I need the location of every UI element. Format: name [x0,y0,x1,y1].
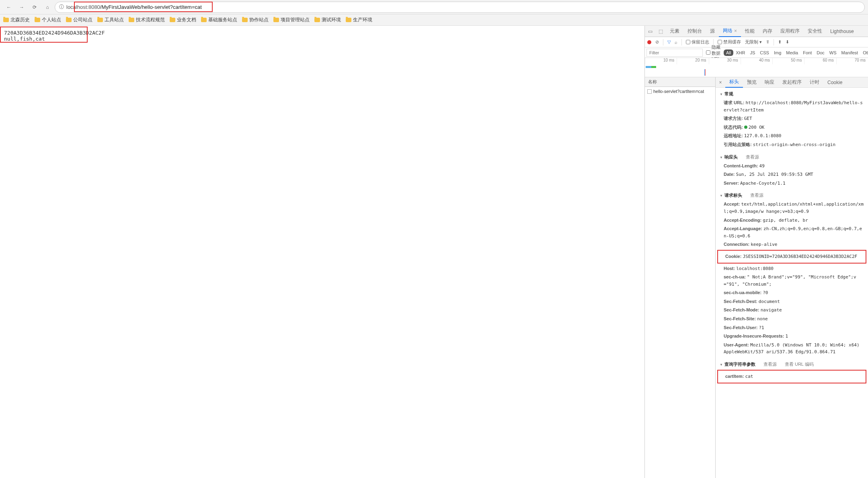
request-headers-header[interactable]: 请求标头查看源 [716,191,868,200]
address-bar[interactable]: ⓘ localhost:8080/MyFirstJavaWeb/hello-se… [55,2,865,13]
bookmark-item[interactable]: 生产环境 [346,16,372,23]
bookmark-item[interactable]: 测试环境 [314,16,341,23]
detail-tab[interactable]: 计时 [806,77,823,88]
filter-icon[interactable]: ▽ [667,39,671,45]
devtools-panel: ▭ ⬚ 元素控制台源网络×性能内存应用程序安全性Lighthouse ⊘ ▽ ⌕… [644,26,868,478]
request-list-header[interactable]: 名称 [645,77,715,87]
disable-cache-checkbox[interactable]: 禁用缓存 [718,39,741,45]
header-row: Cookie: JSESSIONID=720A3D36B34ED2424D946… [717,250,866,264]
filter-input[interactable] [646,49,703,57]
search-icon[interactable]: ⌕ [675,40,677,45]
request-item[interactable]: hello-servlet?cartItem=cat [645,87,715,96]
network-filter-row: 隐藏数据 URL AllXHRJSCSSImgMediaFontDocWSMan… [645,47,868,58]
header-row: Sec-Fetch-Site: none [716,315,868,323]
throttling-select[interactable]: 无限制 ▾ [745,39,762,45]
response-headers-section: 响应头查看源 Content-Length: 49Date: Sun, 25 J… [716,151,868,190]
devtools-tabs: ▭ ⬚ 元素控制台源网络×性能内存应用程序安全性Lighthouse [645,26,868,37]
bookmark-item[interactable]: 项目管理站点 [273,16,310,23]
filter-type-font[interactable]: Font [800,49,814,56]
query-params-section: 查询字符串参数查看源查看 URL 编码 cartItem: cat [716,358,868,386]
devtools-tab[interactable]: 内存 [759,26,776,37]
header-row: User-Agent: Mozilla/5.0 (Windows NT 10.0… [716,341,868,356]
refresh-button[interactable]: ⟳ [29,2,40,13]
bookmark-item[interactable]: 个人站点 [35,16,61,23]
record-icon[interactable] [647,40,651,44]
response-headers-header[interactable]: 响应头查看源 [716,152,868,162]
general-header[interactable]: 常规 [716,89,868,99]
upload-icon[interactable]: ⬆ [778,39,782,45]
devtools-tab[interactable]: 安全性 [804,26,826,37]
url-text: localhost:8080/MyFirstJavaWeb/hello-serv… [66,4,202,10]
detail-tab[interactable]: Cookie [823,77,846,88]
timeline-label: 10 ms [645,58,677,64]
bookmark-item[interactable]: 业务文档 [170,16,196,23]
detail-tab[interactable]: 预览 [743,77,761,88]
request-checkbox-icon [647,89,652,94]
folder-icon [201,18,207,22]
header-row: Accept-Language: zh-CN,zh;q=0.9,en;q=0.8… [716,225,868,240]
info-icon[interactable]: ⓘ [59,4,64,10]
bookmark-item[interactable]: 协作站点 [242,16,269,23]
view-source-link[interactable]: 查看源 [750,193,763,198]
filter-type-js[interactable]: JS [747,49,757,56]
folder-icon [242,18,248,22]
devtools-tab[interactable]: 控制台 [683,26,706,37]
bookmark-item[interactable]: 公司站点 [66,16,92,23]
folder-icon [314,18,320,22]
network-toolbar: ⊘ ▽ ⌕ 保留日志 禁用缓存 无限制 ▾ ⥣ ⬆ ⬇ [645,37,868,47]
header-row: Connection: keep-alive [716,240,868,249]
timeline-label: 20 ms [677,58,708,64]
home-button[interactable]: ⌂ [42,2,53,13]
page-line-2: null,fish,cat [4,36,640,42]
timeline-label: 70 ms [836,58,868,64]
view-source-link[interactable]: 查看源 [746,155,759,159]
view-url-encoded-link[interactable]: 查看 URL 编码 [785,362,814,367]
filter-type-other[interactable]: Other [860,49,868,56]
filter-type-all[interactable]: All [724,49,733,56]
bookmark-item[interactable]: 基础服务站点 [201,16,237,23]
clear-icon[interactable]: ⊘ [655,39,659,45]
devtools-tab[interactable]: 源 [706,26,719,37]
filter-type-ws[interactable]: WS [827,49,839,56]
header-row: Accept: text/html,application/xhtml+xml,… [716,200,868,216]
detail-tab[interactable]: 响应 [761,77,778,88]
devtools-tab[interactable]: 性能 [741,26,759,37]
detail-tab[interactable]: 标头 [725,77,743,88]
devtools-tab[interactable]: 网络× [719,26,741,37]
close-detail-button[interactable]: × [716,80,725,85]
back-button[interactable]: ← [3,2,14,13]
filter-type-xhr[interactable]: XHR [733,49,747,56]
detail-tab[interactable]: 发起程序 [778,77,806,88]
header-row: Host: localhost:8080 [716,264,868,273]
devtools-tab[interactable]: 元素 [666,26,683,37]
filter-type-media[interactable]: Media [784,49,800,56]
folder-icon [3,18,9,22]
filter-type-img[interactable]: Img [772,49,784,56]
view-source-link[interactable]: 查看源 [763,362,777,367]
inspect-icon[interactable]: ▭ [645,26,655,37]
devtools-tab[interactable]: 应用程序 [776,26,804,37]
main-area: 720A3D36B34ED2424D946DA3B3D2AC2F null,fi… [0,26,868,478]
folder-icon [170,18,175,22]
filter-type-css[interactable]: CSS [757,49,772,56]
header-row: Content-Length: 49 [716,162,868,171]
filter-type-manifest[interactable]: Manifest [839,49,861,56]
timeline-label: 40 ms [741,58,772,64]
header-row: Accept-Encoding: gzip, deflate, br [716,216,868,225]
header-row: Date: Sun, 25 Jul 2021 09:59:53 GMT [716,170,868,179]
network-body: 名称 hello-servlet?cartItem=cat × 标头预览响应发起… [645,77,868,478]
device-icon[interactable]: ⬚ [655,26,666,37]
close-icon[interactable]: × [734,28,737,34]
filter-type-doc[interactable]: Doc [814,49,827,56]
forward-button[interactable]: → [16,2,27,13]
bookmark-item[interactable]: 技术流程规范 [129,16,165,23]
wifi-icon[interactable]: ⥣ [766,39,770,45]
download-icon[interactable]: ⬇ [786,39,789,45]
query-params-header[interactable]: 查询字符串参数查看源查看 URL 编码 [716,360,868,369]
request-list: 名称 hello-servlet?cartItem=cat [645,77,716,478]
network-timeline[interactable]: 10 ms20 ms30 ms40 ms50 ms60 ms70 ms [645,58,868,77]
bookmark-item[interactable]: 工具站点 [97,16,124,23]
bookmark-item[interactable]: 北森历史 [3,16,30,23]
devtools-tab[interactable]: Lighthouse [826,26,858,37]
folder-icon [66,18,72,22]
